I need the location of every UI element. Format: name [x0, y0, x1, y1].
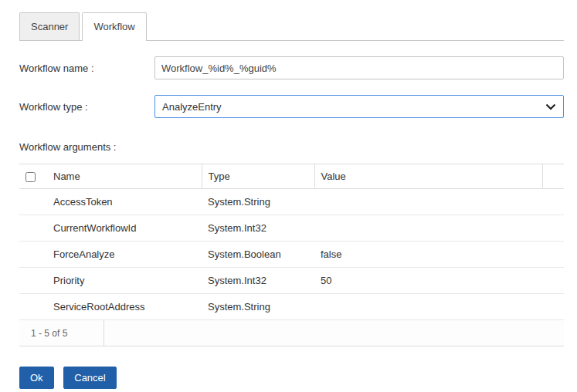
row-spacer	[19, 189, 47, 215]
cell-name: AccessToken	[47, 189, 202, 215]
workflow-type-row: Workflow type : AnalyzeEntry	[19, 95, 564, 118]
cell-name: CurrentWorkflowId	[47, 215, 202, 242]
cell-name: Priority	[47, 268, 202, 294]
cell-value	[314, 294, 542, 320]
workflow-name-label: Workflow name :	[19, 63, 154, 74]
cell-value: 50	[314, 268, 542, 294]
workflow-name-row: Workflow name :	[19, 56, 564, 79]
row-spacer	[19, 242, 47, 268]
column-header-type[interactable]: Type	[202, 164, 314, 189]
arguments-table: Name Type Value AccessTokenSystem.String…	[19, 164, 564, 320]
dialog-actions: Ok Cancel	[19, 367, 564, 389]
table-header-row: Name Type Value	[19, 164, 564, 189]
row-filler	[542, 242, 564, 268]
row-spacer	[19, 294, 47, 320]
workflow-dialog: Scanner Workflow Workflow name : Workflo…	[0, 0, 577, 389]
arguments-table-body: AccessTokenSystem.StringCurrentWorkflowI…	[19, 189, 564, 320]
workflow-type-value: AnalyzeEntry	[162, 101, 222, 113]
tab-strip: Scanner Workflow	[19, 12, 564, 41]
tab-scanner[interactable]: Scanner	[19, 12, 80, 40]
cell-type: System.String	[202, 294, 314, 320]
header-filler-cell	[542, 164, 564, 189]
workflow-type-select[interactable]: AnalyzeEntry	[154, 95, 564, 118]
cell-type: System.Int32	[202, 215, 314, 242]
cancel-button[interactable]: Cancel	[63, 367, 116, 389]
workflow-arguments-label: Workflow arguments :	[19, 141, 564, 153]
column-header-name[interactable]: Name	[47, 164, 202, 189]
cell-value: false	[314, 242, 542, 268]
row-filler	[542, 268, 564, 294]
cell-type: System.Boolean	[202, 242, 314, 268]
row-filler	[542, 189, 564, 215]
cell-type: System.Int32	[202, 268, 314, 294]
select-all-header-cell	[19, 164, 47, 189]
column-header-value[interactable]: Value	[314, 164, 542, 189]
row-spacer	[19, 268, 47, 294]
cell-name: ForceAnalyze	[47, 242, 202, 268]
table-row[interactable]: AccessTokenSystem.String	[19, 189, 564, 215]
row-filler	[542, 215, 564, 242]
ok-button[interactable]: Ok	[19, 367, 54, 389]
cell-name: ServiceRootAddress	[47, 294, 202, 320]
row-filler	[542, 294, 564, 320]
table-row[interactable]: PrioritySystem.Int3250	[19, 268, 564, 294]
select-all-checkbox[interactable]	[25, 172, 36, 182]
cell-type: System.String	[202, 189, 314, 215]
table-pager: 1 - 5 of 5	[19, 320, 564, 346]
table-row[interactable]: ServiceRootAddressSystem.String	[19, 294, 564, 320]
pager-info: 1 - 5 of 5	[19, 320, 104, 346]
tab-workflow[interactable]: Workflow	[82, 12, 146, 41]
table-row[interactable]: ForceAnalyzeSystem.Booleanfalse	[19, 242, 564, 268]
workflow-name-input[interactable]	[154, 56, 564, 79]
chevron-down-icon	[545, 103, 556, 110]
table-row[interactable]: CurrentWorkflowIdSystem.Int32	[19, 215, 564, 242]
cell-value	[314, 189, 542, 215]
row-spacer	[19, 215, 47, 242]
cell-value	[314, 215, 542, 242]
workflow-type-label: Workflow type :	[19, 101, 154, 113]
